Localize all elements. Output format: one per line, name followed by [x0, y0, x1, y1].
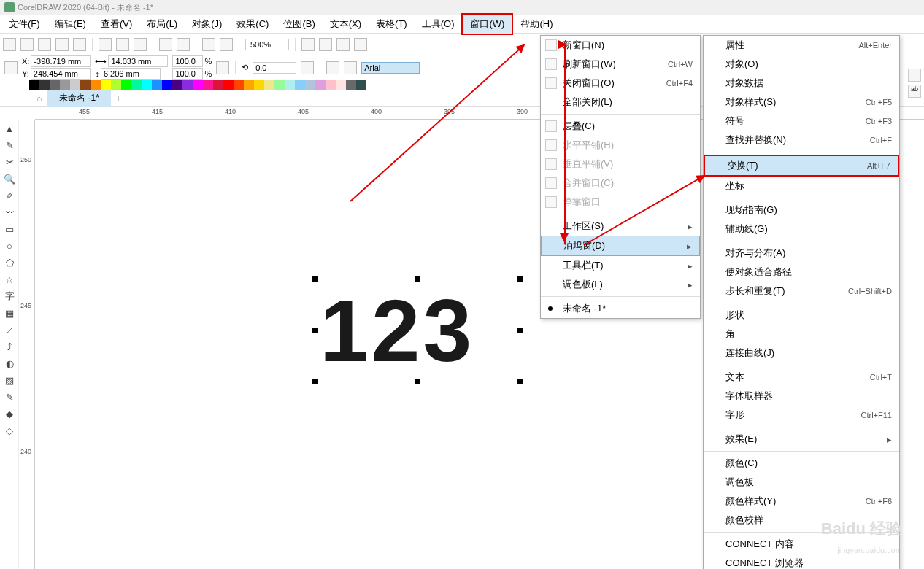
menu-item[interactable]: 角: [704, 325, 899, 344]
color-swatch[interactable]: [244, 80, 254, 90]
mirror-h-icon[interactable]: [301, 61, 314, 74]
color-swatch[interactable]: [60, 80, 70, 90]
menu-7[interactable]: 文本(X): [323, 15, 369, 34]
menu-item[interactable]: 查找并替换(N)Ctrl+F: [704, 131, 899, 150]
menu-item[interactable]: 对齐与分布(A): [704, 244, 899, 263]
menu-item[interactable]: 连接曲线(J): [704, 344, 899, 363]
effects-tool[interactable]: ◐: [2, 356, 17, 371]
sel-handle[interactable]: [517, 276, 523, 282]
freehand-tool[interactable]: ✐: [2, 188, 17, 203]
menu-item[interactable]: 文本Ctrl+T: [704, 368, 899, 387]
color-swatch[interactable]: [223, 80, 234, 90]
y-input[interactable]: [31, 68, 91, 80]
menu-item[interactable]: 使对象适合路径: [704, 263, 899, 282]
transparency-tool[interactable]: ▨: [2, 373, 17, 387]
save-icon[interactable]: [38, 38, 51, 51]
color-swatch[interactable]: [203, 80, 213, 90]
color-swatch[interactable]: [70, 80, 80, 90]
color-swatch[interactable]: [19, 80, 29, 90]
menu-4[interactable]: 对象(J): [185, 15, 229, 34]
sel-handle[interactable]: [312, 276, 318, 282]
docker-abc-icon[interactable]: ab: [908, 85, 921, 98]
sel-handle[interactable]: [517, 379, 523, 384]
lock-ratio-icon[interactable]: [216, 61, 229, 74]
dimension-tool[interactable]: ⟋: [2, 322, 17, 337]
crop-tool[interactable]: ✂: [2, 155, 17, 169]
menu-item[interactable]: 步长和重复(T)Ctrl+Shift+D: [704, 282, 899, 301]
zoom-tool[interactable]: 🔍: [2, 171, 17, 186]
clipboard-icon[interactable]: [134, 38, 147, 51]
h-input[interactable]: [101, 68, 161, 80]
export-icon[interactable]: [220, 38, 233, 51]
zoom-level[interactable]: 500%: [245, 39, 289, 50]
shape-tool[interactable]: ✎: [2, 138, 17, 152]
menu-3[interactable]: 布局(L): [139, 15, 185, 34]
color-swatch[interactable]: [234, 80, 244, 90]
menu-item[interactable]: 属性Alt+Enter: [704, 36, 899, 55]
sel-handle[interactable]: [415, 276, 420, 282]
menu-10[interactable]: 窗口(W): [461, 13, 513, 35]
fill-tool[interactable]: ◆: [2, 406, 17, 421]
color-swatch[interactable]: [121, 80, 131, 90]
print-icon[interactable]: [73, 38, 86, 51]
color-swatch[interactable]: [182, 80, 193, 90]
x-input[interactable]: [31, 55, 91, 67]
menu-item[interactable]: 形状: [704, 306, 899, 325]
menu-item[interactable]: 字体取样器: [704, 387, 899, 406]
color-swatch[interactable]: [142, 80, 152, 90]
redo-icon[interactable]: [177, 38, 190, 51]
color-swatch[interactable]: [356, 80, 366, 90]
menu-0[interactable]: 文件(F): [1, 15, 47, 34]
color-swatch[interactable]: [172, 80, 182, 90]
star-tool[interactable]: ☆: [2, 272, 17, 287]
menu-item[interactable]: 颜色(C): [704, 454, 899, 473]
color-swatch[interactable]: [80, 80, 91, 90]
color-swatch[interactable]: [295, 80, 305, 90]
document-tab[interactable]: 未命名 -1*: [47, 90, 111, 107]
menu-item[interactable]: 未命名 -1*: [541, 299, 700, 318]
rotation-input[interactable]: [253, 62, 296, 74]
color-swatch[interactable]: [336, 80, 346, 90]
outline-tool[interactable]: ◇: [2, 423, 17, 438]
smart-tool[interactable]: 〰: [2, 205, 17, 220]
menu-item[interactable]: 辅助线(G): [704, 220, 899, 239]
color-swatch[interactable]: [50, 80, 60, 90]
new-icon[interactable]: [3, 38, 16, 51]
color-swatch[interactable]: [274, 80, 285, 90]
import-icon[interactable]: [202, 38, 215, 51]
sel-handle[interactable]: [517, 328, 523, 333]
color-swatch[interactable]: [101, 80, 111, 90]
open-icon[interactable]: [20, 38, 34, 51]
color-swatch[interactable]: [39, 80, 50, 90]
menu-item[interactable]: 调色板(L)▸: [541, 275, 700, 294]
menu-item[interactable]: 颜色样式(Y)Ctrl+F6: [704, 492, 899, 511]
snap-icon[interactable]: [301, 38, 315, 51]
canvas-text-object[interactable]: 123: [320, 280, 474, 381]
sel-handle[interactable]: [312, 328, 318, 333]
sel-handle[interactable]: [415, 379, 420, 384]
color-swatch[interactable]: [305, 80, 315, 90]
docker-icon[interactable]: [908, 69, 921, 82]
color-swatch[interactable]: [111, 80, 121, 90]
polygon-tool[interactable]: ⬠: [2, 255, 17, 270]
menu-item[interactable]: 现场指南(G): [704, 201, 899, 220]
copy-icon[interactable]: [99, 38, 112, 51]
color-swatch[interactable]: [29, 80, 39, 90]
menu-item[interactable]: 坐标: [704, 177, 899, 196]
color-swatch[interactable]: [91, 80, 101, 90]
menu-item[interactable]: 对象数据: [704, 74, 899, 93]
menu-6[interactable]: 位图(B): [276, 15, 322, 34]
menu-item[interactable]: 对象样式(S)Ctrl+F5: [704, 93, 899, 112]
ellipse-tool[interactable]: ○: [2, 239, 17, 253]
grid-icon[interactable]: [319, 38, 332, 51]
menu-item[interactable]: 符号Ctrl+F3: [704, 112, 899, 131]
paste-icon[interactable]: [116, 38, 129, 51]
menu-item[interactable]: 调色板: [704, 473, 899, 492]
color-swatch[interactable]: [254, 80, 264, 90]
opts-icon[interactable]: [354, 38, 367, 51]
undo-icon[interactable]: [159, 38, 172, 51]
pick-tool[interactable]: ▲: [2, 121, 17, 136]
color-swatch[interactable]: [264, 80, 274, 90]
color-swatch[interactable]: [315, 80, 326, 90]
origin-icon[interactable]: [4, 61, 18, 74]
